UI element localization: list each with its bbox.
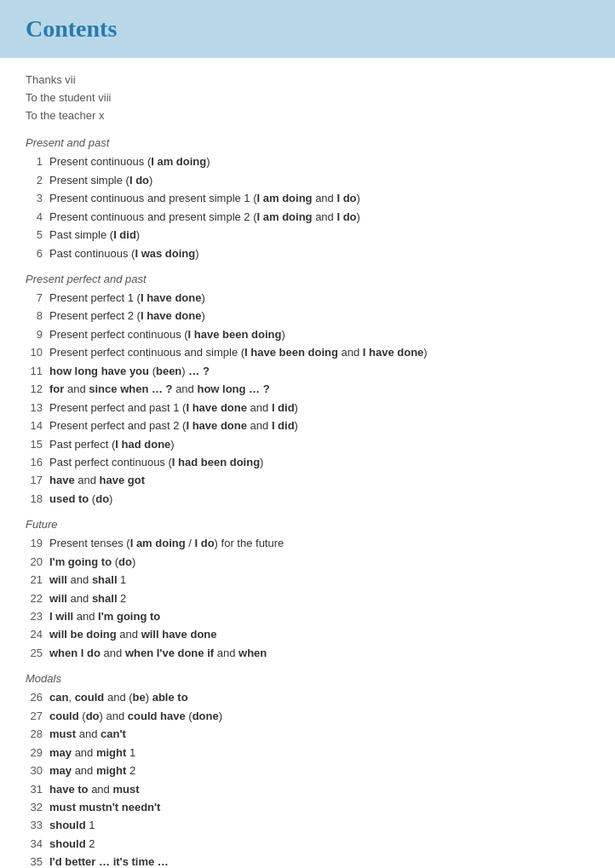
entry-number: 12 <box>26 380 49 398</box>
entry-text: will and shall 1 <box>49 571 589 589</box>
entry-number: 35 <box>26 853 49 868</box>
entry-text: have and have got <box>49 471 589 489</box>
table-row: 21will and shall 1 <box>26 571 589 589</box>
entry-number: 25 <box>26 644 49 662</box>
entry-number: 14 <box>26 417 49 434</box>
table-row: 33should 1 <box>26 816 589 834</box>
table-row: 13Present perfect and past 1 (I have don… <box>26 399 589 417</box>
entry-text: may and might 1 <box>49 744 589 762</box>
entry-text: must mustn't needn't <box>49 798 589 816</box>
entry-number: 2 <box>26 171 49 189</box>
section-modals: Modals26can, could and (be) able to27cou… <box>26 672 589 868</box>
table-row: 1Present continuous (I am doing) <box>26 152 589 170</box>
table-row: 32must mustn't needn't <box>26 798 589 816</box>
table-row: 12for and since when … ? and how long … … <box>26 380 589 398</box>
section-future: Future19Present tenses (I am doing / I d… <box>26 518 589 662</box>
entry-text: Present perfect and past 1 (I have done … <box>49 399 589 417</box>
entry-text: I will and I'm going to <box>49 607 589 625</box>
section-title: Modals <box>26 672 589 685</box>
table-row: 30may and might 2 <box>26 762 589 779</box>
entry-number: 34 <box>26 835 49 853</box>
entry-number: 29 <box>26 744 49 762</box>
entry-text: Present perfect 2 (I have done) <box>49 307 589 325</box>
entry-text: will and shall 2 <box>49 589 589 607</box>
entry-number: 22 <box>26 589 49 607</box>
page: Contents Thanks vii To the student viii … <box>0 0 615 868</box>
table-row: 35I'd better … it's time … <box>26 853 589 868</box>
entry-number: 1 <box>26 152 49 170</box>
entry-text: Past simple (I did) <box>49 226 589 244</box>
entry-text: Present continuous and present simple 2 … <box>49 208 589 226</box>
entry-number: 18 <box>26 490 49 508</box>
entry-number: 23 <box>26 607 49 625</box>
entry-text: for and since when … ? and how long … ? <box>49 380 589 398</box>
entry-number: 4 <box>26 208 49 226</box>
entry-number: 32 <box>26 798 49 816</box>
entry-number: 15 <box>26 435 49 453</box>
entry-text: Past perfect continuous (I had been doin… <box>49 453 589 471</box>
entry-number: 8 <box>26 307 49 325</box>
entry-number: 24 <box>26 625 49 643</box>
table-row: 26can, could and (be) able to <box>26 688 589 706</box>
table-row: 4Present continuous and present simple 2… <box>26 208 589 226</box>
table-row: 31have to and must <box>26 780 589 798</box>
entry-text: Present continuous and present simple 1 … <box>49 189 589 207</box>
entry-text: used to (do) <box>49 490 589 508</box>
entry-number: 10 <box>26 343 49 361</box>
entry-text: will be doing and will have done <box>49 625 589 643</box>
entry-text: Present simple (I do) <box>49 171 589 189</box>
table-row: 5Past simple (I did) <box>26 226 589 244</box>
table-row: 7Present perfect 1 (I have done) <box>26 289 589 307</box>
entry-number: 21 <box>26 571 49 589</box>
entry-text: Past continuous (I was doing) <box>49 244 589 262</box>
table-row: 24will be doing and will have done <box>26 625 589 643</box>
entry-text: must and can't <box>49 725 589 743</box>
entry-number: 17 <box>26 471 49 489</box>
table-row: 11how long have you (been) … ? <box>26 362 589 380</box>
prelim-section: Thanks vii To the student viii To the te… <box>26 72 589 124</box>
entry-text: Past perfect (I had done) <box>49 435 589 453</box>
header: Contents <box>0 0 615 58</box>
table-row: 15Past perfect (I had done) <box>26 435 589 453</box>
table-row: 16Past perfect continuous (I had been do… <box>26 453 589 471</box>
entry-text: Present perfect continuous and simple (I… <box>49 343 589 361</box>
entry-text: have to and must <box>49 780 589 798</box>
entry-number: 30 <box>26 762 49 779</box>
entry-text: Present perfect continuous (I have been … <box>49 325 589 343</box>
entry-number: 28 <box>26 725 49 743</box>
table-row: 27could (do) and could have (done) <box>26 707 589 725</box>
entry-text: Present tenses (I am doing / I do) for t… <box>49 534 589 552</box>
page-title: Contents <box>26 15 589 43</box>
table-row: 23I will and I'm going to <box>26 607 589 625</box>
prelim-line-1: Thanks vii <box>26 72 589 89</box>
entry-number: 6 <box>26 244 49 262</box>
table-row: 17have and have got <box>26 471 589 489</box>
table-row: 2Present simple (I do) <box>26 171 589 189</box>
section-title: Future <box>26 518 589 531</box>
entry-text: should 1 <box>49 816 589 834</box>
entry-text: may and might 2 <box>49 762 589 779</box>
entry-text: Present continuous (I am doing) <box>49 152 589 170</box>
entry-text: Present perfect 1 (I have done) <box>49 289 589 307</box>
entry-number: 7 <box>26 289 49 307</box>
sections-container: Present and past1Present continuous (I a… <box>26 136 589 868</box>
section-title: Present and past <box>26 136 589 149</box>
entry-text: could (do) and could have (done) <box>49 707 589 725</box>
prelim-line-3: To the teacher x <box>26 107 589 125</box>
entry-number: 31 <box>26 780 49 798</box>
table-row: 8Present perfect 2 (I have done) <box>26 307 589 325</box>
entry-number: 33 <box>26 816 49 834</box>
entry-text: should 2 <box>49 835 589 853</box>
table-row: 6Past continuous (I was doing) <box>26 244 589 262</box>
entry-number: 5 <box>26 226 49 244</box>
table-row: 20I'm going to (do) <box>26 553 589 571</box>
table-row: 29may and might 1 <box>26 744 589 762</box>
table-row: 25when I do and when I've done if and wh… <box>26 644 589 662</box>
table-row: 34should 2 <box>26 835 589 853</box>
entry-number: 9 <box>26 325 49 343</box>
table-row: 14Present perfect and past 2 (I have don… <box>26 417 589 434</box>
entry-number: 16 <box>26 453 49 471</box>
entry-number: 19 <box>26 534 49 552</box>
entry-text: Present perfect and past 2 (I have done … <box>49 417 589 434</box>
section-present-and-past: Present and past1Present continuous (I a… <box>26 136 589 262</box>
